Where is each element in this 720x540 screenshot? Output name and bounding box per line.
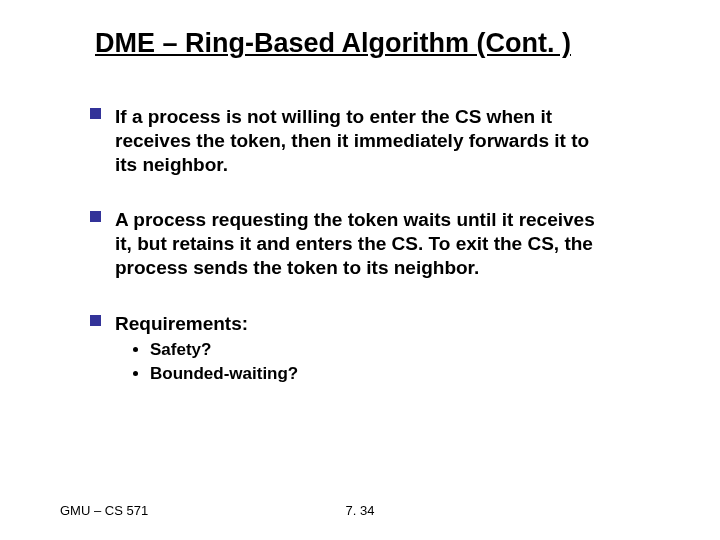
square-bullet-icon: [90, 108, 101, 119]
bullet-item: A process requesting the token waits unt…: [90, 208, 610, 279]
square-bullet-icon: [90, 211, 101, 222]
sub-item: Safety?: [133, 339, 610, 360]
sub-text: Bounded-waiting?: [150, 363, 298, 384]
footer-page-number: 7. 34: [0, 503, 720, 518]
slide-title: DME – Ring-Based Algorithm (Cont. ): [95, 28, 660, 59]
content-area: If a process is not willing to enter the…: [90, 105, 610, 384]
slide: DME – Ring-Based Algorithm (Cont. ) If a…: [0, 0, 720, 540]
bullet-item: If a process is not willing to enter the…: [90, 105, 610, 176]
bullet-item: Requirements: Safety? Bounded-waiting?: [90, 312, 610, 384]
sub-list: Safety? Bounded-waiting?: [133, 339, 610, 384]
bullet-text: If a process is not willing to enter the…: [115, 105, 610, 176]
dot-bullet-icon: [133, 371, 138, 376]
sub-text: Safety?: [150, 339, 211, 360]
sub-item: Bounded-waiting?: [133, 363, 610, 384]
bullet-text: A process requesting the token waits unt…: [115, 208, 610, 279]
dot-bullet-icon: [133, 347, 138, 352]
square-bullet-icon: [90, 315, 101, 326]
bullet-label: Requirements:: [115, 313, 248, 334]
bullet-text: Requirements: Safety? Bounded-waiting?: [115, 312, 610, 384]
